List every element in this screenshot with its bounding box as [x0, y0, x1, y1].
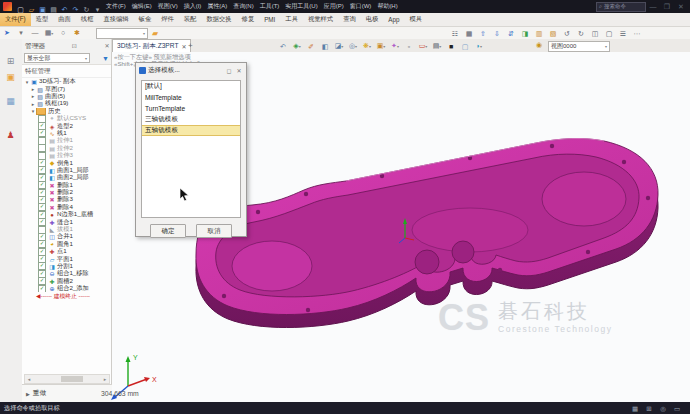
- visibility-checkbox[interactable]: [38, 145, 46, 152]
- tree-item-6[interactable]: ✓◆倒角1: [22, 159, 111, 166]
- ribbon-tab-3[interactable]: 线框: [76, 13, 99, 26]
- ribbon-tab-13[interactable]: 查询: [338, 13, 361, 26]
- render-icon[interactable]: ◗▾: [472, 40, 486, 52]
- tree-item-11[interactable]: ✓✖删除3: [22, 196, 111, 203]
- ribbon-tab-6[interactable]: 焊件: [156, 13, 179, 26]
- tree-group-2[interactable]: ▸▧线框(19): [22, 100, 111, 107]
- visibility-checkbox[interactable]: ✓: [38, 196, 46, 203]
- color-icon[interactable]: ❋▾: [360, 40, 374, 52]
- tree-group-1[interactable]: ▸▧曲面(5): [22, 93, 111, 100]
- shade-icon[interactable]: ◧: [318, 41, 332, 52]
- dialog-close-icon[interactable]: ✕: [235, 67, 243, 74]
- scrollbar-thumb[interactable]: [61, 376, 83, 382]
- redo-expand-icon[interactable]: ▶: [26, 391, 30, 397]
- tree-item-2[interactable]: ✓∿线1: [22, 130, 111, 137]
- visibility-checkbox[interactable]: ✓: [38, 278, 46, 285]
- move-down-icon[interactable]: ⇩: [490, 28, 504, 39]
- ribbon-tab-8[interactable]: 数据交换: [201, 13, 236, 26]
- template-folder-icon[interactable]: ▰: [148, 28, 162, 39]
- visibility-checkbox[interactable]: ✓: [38, 211, 46, 218]
- visibility-checkbox[interactable]: ✓: [38, 248, 46, 255]
- window-icon[interactable]: ◫: [588, 28, 602, 39]
- tree-item-3[interactable]: ▤拉伸1: [22, 137, 111, 144]
- visibility-checkbox[interactable]: [38, 226, 46, 233]
- menu-item-5[interactable]: 查询(N): [230, 2, 256, 11]
- tree-item-23[interactable]: ✓⊕组合2_添加: [22, 285, 111, 292]
- menu-item-9[interactable]: 窗口(W): [347, 2, 375, 11]
- ribbon-tab-5[interactable]: 钣金: [134, 13, 157, 26]
- tree-item-0[interactable]: ⌖默认CSYS: [22, 115, 111, 122]
- ribbon-tab-9[interactable]: 修复: [237, 13, 260, 26]
- tree-item-18[interactable]: ✓✚点1: [22, 248, 111, 255]
- manager-panel-icon[interactable]: ▣: [3, 72, 18, 82]
- ribbon-tab-15[interactable]: App: [383, 13, 404, 26]
- black-box-icon[interactable]: ■: [444, 41, 458, 52]
- template-item-1[interactable]: MillTemplate: [142, 92, 240, 103]
- restore-button[interactable]: ❐: [660, 1, 674, 12]
- close-button[interactable]: ✕: [674, 1, 688, 12]
- snap-toggle-icon[interactable]: ⊞: [642, 403, 656, 414]
- visibility-checkbox[interactable]: ✓: [38, 204, 46, 211]
- target-icon[interactable]: ◎: [656, 403, 670, 414]
- menu-item-0[interactable]: 文件(F): [103, 2, 129, 11]
- show-filter-combo[interactable]: 显示全部▾: [24, 53, 90, 63]
- tree-item-7[interactable]: ✓◧曲面1_局部: [22, 167, 111, 174]
- visibility-checkbox[interactable]: [38, 115, 46, 122]
- tree-group-0[interactable]: ▸▧草图(7): [22, 85, 111, 92]
- tree-item-12[interactable]: ✓✖删除4: [22, 204, 111, 211]
- visibility-checkbox[interactable]: ✓: [38, 189, 46, 196]
- visibility-checkbox[interactable]: ✓: [38, 174, 46, 181]
- visibility-checkbox[interactable]: ✓: [38, 241, 46, 248]
- select-icon[interactable]: ➤: [0, 27, 14, 39]
- revert-view-icon[interactable]: ↶: [276, 41, 290, 52]
- view-combo[interactable]: 视图0000▾: [548, 41, 610, 52]
- ribbon-tab-1[interactable]: 造型: [31, 13, 54, 26]
- redo-section[interactable]: ▶ 重做: [22, 384, 112, 402]
- menu-item-4[interactable]: 属性(A): [204, 2, 230, 11]
- move-up-icon[interactable]: ⇧: [476, 28, 490, 39]
- filter-funnel-icon[interactable]: ▼: [102, 55, 109, 62]
- orient-view-icon[interactable]: ◈▾: [290, 40, 304, 52]
- perspective-icon[interactable]: ◎▾: [346, 40, 360, 52]
- ribbon-tab-2[interactable]: 曲面: [53, 13, 76, 26]
- sketch-icon[interactable]: ✐: [304, 41, 318, 52]
- tree-root[interactable]: ▾▣3D练习- 副本: [22, 78, 111, 85]
- visibility-eye-icon[interactable]: ◉: [536, 41, 542, 49]
- template-item-3[interactable]: 三轴铣模板: [142, 114, 240, 125]
- background-icon[interactable]: ▣▾: [374, 40, 388, 52]
- tree-item-19[interactable]: ✓▱平面1: [22, 255, 111, 262]
- new-tab-button[interactable]: +: [188, 41, 193, 50]
- rotate-left-icon[interactable]: ↺: [560, 28, 574, 39]
- grid-toggle-icon[interactable]: ▦: [628, 403, 642, 414]
- circle-icon[interactable]: ○: [56, 27, 70, 39]
- cancel-button[interactable]: 取消: [196, 224, 232, 238]
- pattern-icon[interactable]: ▧: [546, 28, 560, 39]
- visibility-checkbox[interactable]: ✓: [38, 159, 46, 166]
- white-box-icon[interactable]: ▢: [458, 41, 472, 52]
- history-end-marker[interactable]: ◀------ 建模终止 ------: [22, 292, 111, 300]
- visibility-checkbox[interactable]: [38, 137, 46, 144]
- menu-item-7[interactable]: 实用工具(U): [282, 2, 320, 11]
- menu-item-2[interactable]: 视图(V): [155, 2, 181, 11]
- selection-filter-combo[interactable]: ▾: [96, 28, 148, 39]
- visibility-checkbox[interactable]: ✓: [38, 218, 46, 225]
- tree-item-10[interactable]: ✓✖删除2: [22, 189, 111, 196]
- document-tab[interactable]: 3D练习- 副本.Z3PRT ✕: [112, 39, 191, 53]
- tool-icon[interactable]: ✱: [70, 27, 84, 39]
- minimize-button[interactable]: —: [646, 1, 660, 12]
- hatch-icon[interactable]: ▥: [532, 28, 546, 39]
- menu-item-6[interactable]: 工具(T): [257, 2, 283, 11]
- tab-close-icon[interactable]: ✕: [181, 43, 186, 50]
- minus-icon[interactable]: —: [28, 27, 42, 39]
- display-icon[interactable]: ▭: [670, 403, 684, 414]
- tree-item-13[interactable]: ✓●N边形1_底槽: [22, 211, 111, 218]
- visibility-checkbox[interactable]: ✓: [38, 233, 46, 240]
- template-item-4[interactable]: 五轴铣模板: [142, 125, 240, 136]
- tree-item-5[interactable]: ▤拉伸3: [22, 152, 111, 159]
- ribbon-tab-11[interactable]: 工具: [280, 13, 303, 26]
- rotate-right-icon[interactable]: ↻: [574, 28, 588, 39]
- ribbon-tab-0[interactable]: 文件(F): [0, 13, 31, 26]
- ribbon-tab-10[interactable]: PMI: [259, 13, 280, 26]
- tree-item-8[interactable]: ✓◧曲面2_局部: [22, 174, 111, 181]
- visibility-checkbox[interactable]: ✓: [38, 255, 46, 262]
